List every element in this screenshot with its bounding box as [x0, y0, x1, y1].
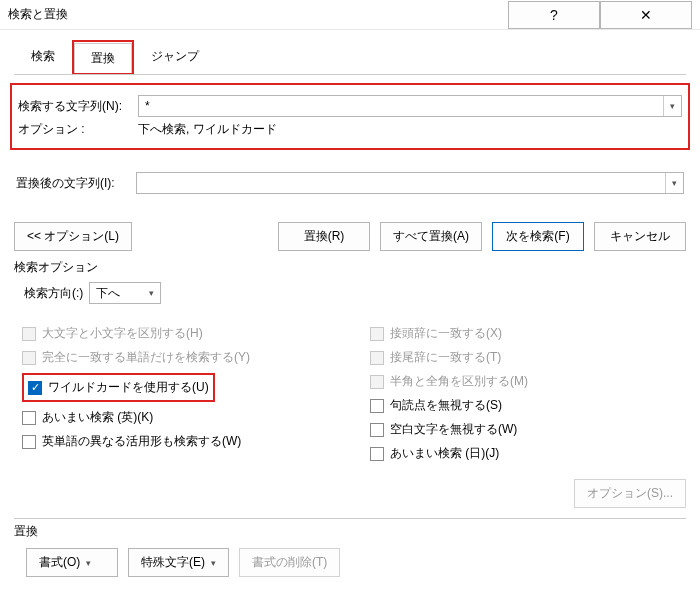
checkbox-icon	[370, 351, 384, 365]
tab-find[interactable]: 検索	[14, 41, 72, 75]
checkbox-suffix: 接尾辞に一致する(T)	[370, 349, 678, 366]
chevron-down-icon[interactable]: ▾	[665, 173, 683, 193]
options-s-button: オプション(S)...	[574, 479, 686, 508]
checkbox-wildcards[interactable]: ワイルドカードを使用する(U)	[28, 379, 209, 396]
replace-button[interactable]: 置換(R)	[278, 222, 370, 251]
checkbox-icon	[22, 327, 36, 341]
checkbox-match-case: 大文字と小文字を区別する(H)	[22, 325, 330, 342]
highlight-find-section: 検索する文字列(N): ▾ オプション : 下へ検索, ワイルドカード	[10, 83, 690, 150]
checkbox-width: 半角と全角を区別する(M)	[370, 373, 678, 390]
checkbox-icon	[22, 435, 36, 449]
checkbox-punct[interactable]: 句読点を無視する(S)	[370, 397, 678, 414]
action-buttons: << オプション(L) 置換(R) すべて置換(A) 次を検索(F) キャンセル	[14, 222, 686, 251]
close-button[interactable]: ✕	[600, 1, 692, 29]
find-next-button[interactable]: 次を検索(F)	[492, 222, 584, 251]
divider	[14, 518, 686, 519]
checkbox-icon	[22, 351, 36, 365]
find-options-value: 下へ検索, ワイルドカード	[138, 121, 277, 138]
checkbox-icon	[370, 327, 384, 341]
format-button[interactable]: 書式(O) ▾	[26, 548, 118, 577]
replace-combo[interactable]: ▾	[136, 172, 684, 194]
checkbox-whitespace[interactable]: 空白文字を無視する(W)	[370, 421, 678, 438]
direction-value: 下へ	[96, 285, 120, 302]
find-input[interactable]	[139, 96, 663, 116]
help-button[interactable]: ?	[508, 1, 600, 29]
direction-select[interactable]: 下へ ▾	[89, 282, 161, 304]
highlight-wildcards: ワイルドカードを使用する(U)	[22, 373, 215, 402]
search-options: 検索オプション 検索方向(:) 下へ ▾ 大文字と小文字を区別する(H) 完全に…	[14, 259, 686, 469]
checkbox-word-forms[interactable]: 英単語の異なる活用形も検索する(W)	[22, 433, 330, 450]
no-format-button: 書式の削除(T)	[239, 548, 340, 577]
titlebar: 検索と置換 ? ✕	[0, 0, 700, 30]
checkbox-icon	[370, 423, 384, 437]
checkbox-icon	[370, 375, 384, 389]
checkbox-prefix: 接頭辞に一致する(X)	[370, 325, 678, 342]
checkbox-icon	[22, 411, 36, 425]
checkbox-sounds-like-en[interactable]: あいまい検索 (英)(K)	[22, 409, 330, 426]
replace-all-button[interactable]: すべて置換(A)	[380, 222, 482, 251]
chevron-down-icon[interactable]: ▾	[149, 288, 154, 298]
find-combo[interactable]: ▾	[138, 95, 682, 117]
less-options-button[interactable]: << オプション(L)	[14, 222, 132, 251]
chevron-down-icon[interactable]: ▾	[663, 96, 681, 116]
cancel-button[interactable]: キャンセル	[594, 222, 686, 251]
bottom-title: 置換	[14, 523, 686, 540]
window-title: 検索と置換	[8, 6, 508, 23]
search-options-title: 検索オプション	[14, 259, 686, 276]
find-label: 検索する文字列(N):	[18, 98, 138, 115]
highlight-replace-tab: 置換	[72, 40, 134, 74]
tab-goto[interactable]: ジャンプ	[134, 41, 216, 75]
checkbox-sounds-like-jp[interactable]: あいまい検索 (日)(J)	[370, 445, 678, 462]
replace-label: 置換後の文字列(I):	[16, 175, 136, 192]
tab-replace[interactable]: 置換	[74, 43, 132, 73]
replace-section: 置換後の文字列(I): ▾	[14, 166, 686, 200]
chevron-down-icon: ▾	[86, 558, 91, 568]
direction-label: 検索方向(:)	[24, 285, 83, 302]
special-button[interactable]: 特殊文字(E) ▾	[128, 548, 229, 577]
checkbox-whole-word: 完全に一致する単語だけを検索する(Y)	[22, 349, 330, 366]
bottom-section: 置換 書式(O) ▾ 特殊文字(E) ▾ 書式の削除(T)	[14, 523, 686, 577]
checkbox-icon	[370, 447, 384, 461]
replace-input[interactable]	[137, 173, 665, 193]
checkbox-icon	[370, 399, 384, 413]
tabs: 検索 置換 ジャンプ	[0, 30, 700, 74]
chevron-down-icon: ▾	[211, 558, 216, 568]
find-options-label: オプション :	[18, 121, 138, 138]
checkbox-checked-icon	[28, 381, 42, 395]
